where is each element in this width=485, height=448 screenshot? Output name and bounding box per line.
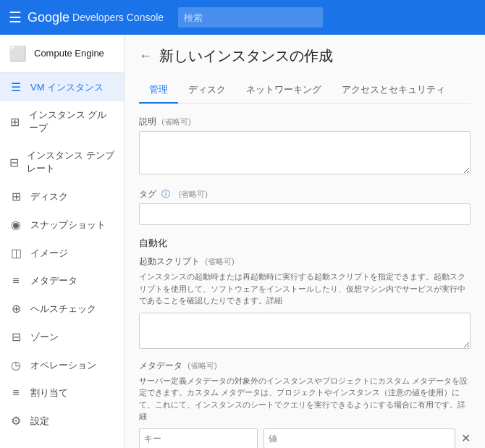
page-header: ← 新しいインスタンスの作成	[139, 46, 471, 66]
metadata-label: メタデータ (省略可)	[139, 360, 471, 372]
sidebar-item-label: VM インスタンス	[30, 81, 104, 94]
description-label: 説明 (省略可)	[139, 116, 471, 128]
instance-groups-icon: ⊞	[9, 115, 22, 129]
sidebar: ⬜ Compute Engine ☰ VM インスタンス ⊞ インスタンス グル…	[0, 35, 125, 448]
metadata-delete-icon[interactable]: ✕	[461, 431, 471, 445]
search-input[interactable]	[178, 7, 323, 28]
sidebar-product-name: Compute Engine	[34, 48, 104, 60]
metadata-desc: サーバー定義メタデータの対象外のインスタンスやプロジェクトにカスタム メタデータ…	[139, 375, 471, 423]
metadata-row: ✕	[139, 428, 471, 449]
health-checks-icon: ⊕	[9, 302, 23, 316]
automation-title: 自動化	[139, 237, 471, 250]
sidebar-item-label: ヘルスチェック	[30, 303, 96, 316]
sidebar-item-instance-groups[interactable]: ⊞ インスタンス グループ	[0, 101, 124, 142]
sidebar-item-operations[interactable]: ◷ オペレーション	[0, 351, 124, 379]
sidebar-item-disks[interactable]: ⊞ ディスク	[0, 182, 124, 211]
description-input[interactable]	[139, 131, 471, 174]
tags-section: タグ ⓘ (省略可)	[139, 188, 471, 225]
vm-instances-icon: ☰	[9, 80, 23, 94]
sidebar-item-health-checks[interactable]: ⊕ ヘルスチェック	[0, 295, 124, 323]
description-section: 説明 (省略可)	[139, 116, 471, 177]
zones-icon: ⊟	[9, 330, 23, 344]
sidebar-item-images[interactable]: ◫ イメージ	[0, 239, 124, 267]
metadata-section: メタデータ (省略可) サーバー定義メタデータの対象外のインスタンスやプロジェク…	[139, 360, 471, 449]
tab-access-security[interactable]: アクセスとセキュリティ	[332, 77, 455, 103]
instance-templates-icon: ⊟	[9, 156, 20, 169]
layout: ⬜ Compute Engine ☰ VM インスタンス ⊞ インスタンス グル…	[0, 35, 485, 448]
google-logo-text: Google	[28, 10, 69, 25]
tab-disk[interactable]: ディスク	[178, 77, 236, 103]
compute-engine-icon: ⬜	[9, 45, 27, 62]
settings-icon: ⚙	[9, 414, 23, 428]
startup-script-label: 起動スクリプト (省略可)	[139, 255, 471, 268]
sidebar-item-label: オペレーション	[30, 359, 96, 372]
sidebar-item-label: インスタンス グループ	[29, 109, 115, 135]
main-content: ← 新しいインスタンスの作成 管理 ディスク ネットワーキング アクセスとセキュ…	[125, 35, 485, 448]
sidebar-item-label: ディスク	[30, 190, 68, 203]
sidebar-product: ⬜ Compute Engine	[0, 35, 124, 73]
tab-networking[interactable]: ネットワーキング	[236, 77, 332, 103]
operations-icon: ◷	[9, 358, 23, 372]
disks-icon: ⊞	[9, 190, 23, 203]
sidebar-item-zones[interactable]: ⊟ ゾーン	[0, 323, 124, 351]
sidebar-item-assignments[interactable]: ≡ 割り当て	[0, 379, 124, 407]
metadata-icon: ≡	[9, 274, 23, 287]
metadata-value-input[interactable]	[263, 428, 455, 449]
assignments-icon: ≡	[9, 386, 23, 400]
metadata-key-input[interactable]	[139, 428, 258, 449]
topbar-logo: Google Developers Console	[28, 10, 164, 25]
tags-label: タグ ⓘ (省略可)	[139, 188, 471, 200]
images-icon: ◫	[9, 246, 23, 260]
startup-script-section: 起動スクリプト (省略可) インスタンスの起動時または再起動時に実行する起動スク…	[139, 255, 471, 351]
sidebar-item-label: 設定	[30, 415, 49, 428]
sidebar-item-label: 割り当て	[30, 386, 68, 400]
topbar: ☰ Google Developers Console	[0, 0, 485, 35]
snapshots-icon: ◉	[9, 218, 23, 232]
back-button[interactable]: ←	[139, 48, 152, 64]
startup-script-input[interactable]	[139, 313, 471, 349]
sidebar-item-label: スナップショット	[30, 219, 106, 232]
automation-section: 自動化 起動スクリプト (省略可) インスタンスの起動時または再起動時に実行する…	[139, 237, 471, 448]
sidebar-item-vm-instances[interactable]: ☰ VM インスタンス	[0, 73, 124, 101]
menu-icon[interactable]: ☰	[9, 9, 22, 26]
sidebar-item-settings[interactable]: ⚙ 設定	[0, 407, 124, 435]
page-title: 新しいインスタンスの作成	[159, 46, 333, 66]
sidebar-item-label: メタデータ	[30, 274, 77, 287]
tab-management[interactable]: 管理	[139, 77, 178, 103]
sidebar-item-label: インスタンス テンプレート	[27, 149, 115, 175]
tab-bar: 管理 ディスク ネットワーキング アクセスとセキュリティ	[139, 77, 471, 104]
tags-input[interactable]	[139, 203, 471, 225]
sidebar-item-label: イメージ	[30, 247, 68, 260]
devcon-logo-text: Developers Console	[72, 12, 164, 23]
sidebar-item-snapshots[interactable]: ◉ スナップショット	[0, 211, 124, 239]
sidebar-item-label: ゾーン	[30, 331, 59, 344]
sidebar-item-instance-templates[interactable]: ⊟ インスタンス テンプレート	[0, 142, 124, 182]
sidebar-item-metadata[interactable]: ≡ メタデータ	[0, 267, 124, 295]
startup-script-desc: インスタンスの起動時または再起動時に実行する起動スクリプトを指定できます。起動ス…	[139, 271, 471, 307]
